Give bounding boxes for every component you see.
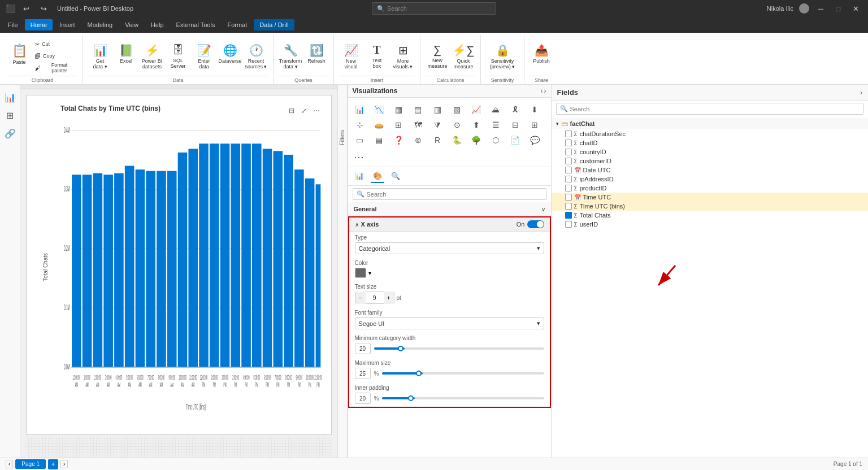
menu-item-data---drill[interactable]: Data / Drill — [254, 19, 294, 31]
field-item-userid[interactable]: Σ userID — [552, 220, 869, 229]
field-item-timeutc[interactable]: 📅 Time UTC — [552, 193, 869, 202]
field-item-timeutcbins[interactable]: Σ Time UTC (bins) — [552, 202, 869, 211]
fields-search-input[interactable] — [570, 106, 860, 112]
recent-sources-button[interactable]: 🕐 Recentsources ▾ — [244, 42, 268, 73]
menu-item-modeling[interactable]: Modeling — [82, 19, 119, 31]
field-checkbox-chatdurationsec[interactable] — [565, 130, 572, 137]
vis-icon-bar-chart[interactable]: 📉 — [372, 102, 387, 117]
vis-icon-decomp-tree[interactable]: 🌳 — [469, 133, 484, 147]
menu-item-file[interactable]: File — [2, 19, 24, 31]
inner-padding-value[interactable]: 20 — [355, 393, 371, 404]
vis-icon-ribbon-chart[interactable]: 🎗 — [508, 102, 523, 117]
field-item-chatid[interactable]: Σ chatID — [552, 138, 869, 147]
paste-button[interactable]: 📋 Paste — [7, 42, 32, 73]
more-visuals-dots[interactable]: ⋯ — [350, 150, 549, 164]
next-page-button[interactable]: › — [60, 460, 68, 468]
x-axis-toggle[interactable] — [527, 220, 544, 228]
excel-button[interactable]: 📗 Excel — [114, 42, 138, 73]
vis-icon-python[interactable]: 🐍 — [450, 133, 465, 147]
maximize-button[interactable]: □ — [832, 3, 844, 14]
prev-page-button[interactable]: ‹ — [6, 460, 13, 468]
type-dropdown[interactable]: Categorical ▾ — [355, 242, 544, 254]
vis-icon-clustered-col[interactable]: ▧ — [450, 102, 465, 117]
sql-server-button[interactable]: 🗄 SQLServer — [166, 42, 190, 73]
refresh-button[interactable]: 🔃 Refresh — [304, 42, 329, 73]
minimize-button[interactable]: ─ — [815, 3, 827, 14]
vis-icon-slicer[interactable]: ☰ — [488, 118, 503, 132]
enter-data-button[interactable]: 📝 Enterdata — [192, 42, 216, 73]
dataverse-button[interactable]: 🌐 Dataverse — [218, 42, 242, 73]
cut-button[interactable]: ✂ Cut — [33, 38, 78, 50]
format-painter-button[interactable]: 🖌 Format painter — [33, 62, 78, 73]
max-size-thumb[interactable] — [416, 371, 422, 376]
menu-item-insert[interactable]: Insert — [54, 19, 81, 31]
close-button[interactable]: ✕ — [849, 3, 862, 14]
new-measure-button[interactable]: ∑ Newmeasure — [425, 42, 450, 73]
redo-button[interactable]: ↪ — [37, 3, 50, 14]
field-checkbox-ipaddressid[interactable] — [565, 176, 572, 182]
vis-search-container[interactable]: 🔍 — [353, 188, 546, 200]
vis-icon-scatter[interactable]: ⊹ — [353, 118, 367, 132]
copy-button[interactable]: 🗐 Copy — [33, 50, 78, 62]
sensitivity-button[interactable]: 🔒 Sensitivity(preview) ▾ — [485, 42, 519, 73]
vis-icon-treemap[interactable]: ⊞ — [391, 118, 406, 132]
min-cat-width-slider[interactable] — [374, 347, 544, 350]
menu-item-help[interactable]: Help — [145, 19, 170, 31]
build-visual-tab[interactable]: 📊 — [353, 169, 366, 183]
scroll-handle-top[interactable] — [20, 85, 337, 89]
quick-measure-button[interactable]: ⚡∑ Quickmeasure — [451, 42, 476, 73]
global-search-box[interactable]: 🔍 Search — [372, 2, 496, 15]
undo-button[interactable]: ↩ — [20, 3, 33, 14]
more-visuals-button[interactable]: ⊞ Morevisuals ▾ — [390, 42, 415, 73]
vis-icon-100pct-bar[interactable]: ▦ — [391, 102, 406, 117]
field-item-ipaddressid[interactable]: Σ ipAddressID — [552, 175, 869, 184]
filters-label[interactable]: Filters — [339, 130, 345, 145]
format-visual-tab[interactable]: 🎨 — [371, 169, 384, 183]
model-view-icon[interactable]: 🔗 — [2, 125, 18, 141]
field-item-totalchats[interactable]: Σ Total Chats — [552, 211, 869, 220]
min-cat-width-thumb[interactable] — [398, 346, 403, 351]
vis-icon-funnel[interactable]: ⧩ — [430, 118, 445, 132]
report-view-icon[interactable]: 📊 — [2, 89, 18, 105]
inner-padding-slider[interactable] — [382, 397, 544, 399]
chart-more-button[interactable]: ⋯ — [311, 105, 322, 116]
field-checkbox-totalchats[interactable] — [565, 212, 572, 219]
field-checkbox-dateutc[interactable] — [565, 167, 572, 173]
field-checkbox-timeutc[interactable] — [565, 194, 572, 201]
publish-button[interactable]: 📤 Publish — [529, 42, 554, 73]
vis-icon-table[interactable]: ⊟ — [508, 118, 523, 132]
chart-expand-button[interactable]: ⤢ — [298, 105, 310, 116]
field-checkbox-userid[interactable] — [565, 221, 572, 228]
max-size-slider[interactable] — [382, 372, 544, 375]
general-section-header[interactable]: General ∨ — [348, 202, 551, 216]
add-page-button[interactable]: + — [48, 459, 58, 469]
field-item-customerid[interactable]: Σ customerID — [552, 156, 869, 166]
vis-icon-donut[interactable]: ⊚ — [411, 133, 426, 147]
field-item-productid[interactable]: Σ productID — [552, 184, 869, 193]
data-view-icon[interactable]: ⊞ — [2, 107, 18, 123]
page-tab-1[interactable]: Page 1 — [15, 459, 46, 469]
vis-collapse-right-button[interactable]: › — [544, 87, 546, 95]
new-visual-button[interactable]: 📈 Newvisual — [338, 42, 363, 73]
vis-collapse-left-button[interactable]: ‹ — [541, 87, 543, 95]
vis-icon-gauge[interactable]: ⊙ — [450, 118, 465, 132]
vis-icon-r-visual[interactable]: R — [430, 133, 445, 147]
inner-padding-thumb[interactable] — [408, 395, 414, 401]
text-box-button[interactable]: T Textbox — [364, 42, 389, 73]
vis-icon-card[interactable]: ▭ — [353, 133, 367, 147]
vis-icon-matrix[interactable]: ⊞ — [527, 118, 542, 132]
menu-item-format[interactable]: Format — [222, 19, 253, 31]
vis-icon-pie-chart[interactable]: 🥧 — [372, 118, 387, 132]
vis-search-input[interactable] — [367, 191, 542, 198]
vis-icon-paginated[interactable]: 📄 — [508, 133, 523, 147]
fields-collapse-button[interactable]: › — [860, 89, 862, 97]
color-swatch[interactable] — [355, 268, 366, 278]
vis-icon-stacked-bar[interactable]: 📊 — [353, 102, 367, 117]
get-data-button[interactable]: 📊 Getdata ▾ — [88, 42, 112, 73]
field-item-dateutc[interactable]: 📅 Date UTC — [552, 166, 869, 175]
vis-icon-stacked-col[interactable]: ▥ — [430, 102, 445, 117]
max-size-value[interactable]: 25 — [355, 368, 371, 379]
field-checkbox-chatid[interactable] — [565, 140, 572, 146]
vis-icon-influencers[interactable]: ⬡ — [488, 133, 503, 147]
field-item-chatdurationsec[interactable]: Σ chatDurationSec — [552, 129, 869, 138]
